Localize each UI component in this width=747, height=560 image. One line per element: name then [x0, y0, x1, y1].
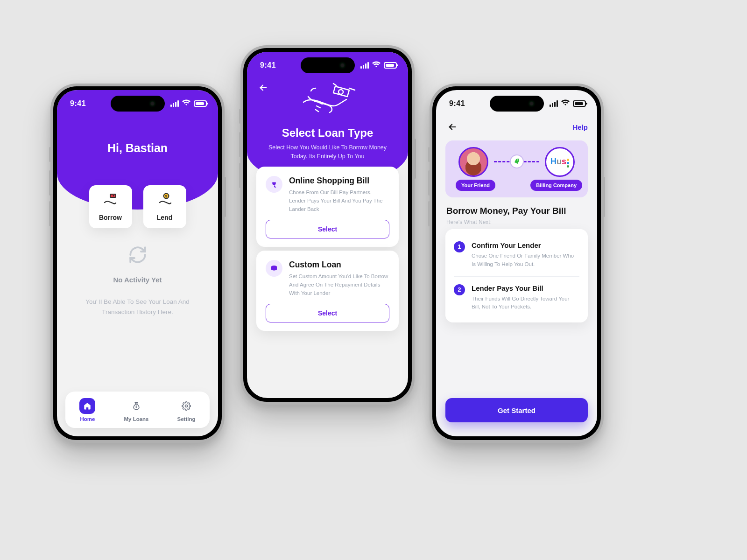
borrow-icon — [103, 192, 119, 209]
tab-home[interactable]: Home — [79, 398, 95, 422]
status-time: 9:41 — [449, 97, 465, 108]
mockup-stage: 9:41 Hi, Bastian Borrow — [0, 0, 747, 560]
lend-icon: $ — [157, 192, 173, 209]
refresh-icon — [127, 244, 148, 266]
company-logo: Hus — [545, 147, 575, 177]
cash-exchange-icon — [300, 82, 356, 123]
wifi-icon — [561, 99, 570, 108]
card-title: Online Shopping Bill — [289, 176, 389, 186]
loan-card-custom: Custom Loan Set Custom Amount You'd Like… — [256, 251, 399, 331]
phone-loan-type: 9:41 Select Loan T — [240, 45, 415, 405]
tab-myloans-label: My Loans — [124, 416, 148, 422]
battery-icon — [573, 100, 586, 107]
dynamic-island — [301, 57, 355, 73]
hero-label-friend: Your Friend — [456, 180, 495, 191]
plug-icon — [266, 176, 282, 193]
cellular-icon — [550, 100, 558, 107]
wifi-icon — [182, 99, 190, 108]
cellular-icon — [170, 100, 179, 107]
hus-logo: Hus — [550, 157, 569, 168]
price-tag-icon — [508, 153, 526, 170]
dynamic-island — [111, 96, 165, 112]
lend-tile[interactable]: $ Lend — [143, 185, 186, 228]
avatar — [458, 147, 488, 177]
page-title: Select Loan Type — [247, 126, 408, 140]
svg-point-5 — [185, 405, 187, 407]
select-button[interactable]: Select — [266, 304, 389, 322]
tab-setting-label: Setting — [177, 416, 196, 422]
greeting-title: Hi, Bastian — [57, 141, 218, 155]
money-bag-icon: $ — [128, 398, 144, 414]
section-title: Borrow Money, Pay Your Bill — [446, 206, 587, 216]
svg-point-1 — [113, 195, 114, 196]
tab-setting[interactable]: Setting — [177, 398, 196, 422]
step-number: 1 — [454, 241, 465, 252]
step-row: 2 Lender Pays Your Bill Their Funds Will… — [454, 276, 579, 319]
svg-point-6 — [338, 90, 343, 94]
dynamic-island — [490, 96, 544, 112]
status-right — [170, 97, 207, 108]
select-button[interactable]: Select — [266, 220, 389, 238]
tab-home-label: Home — [80, 416, 95, 422]
loan-card-online-shopping: Online Shopping Bill Chose From Our Bill… — [256, 167, 399, 247]
cellular-icon — [360, 62, 369, 69]
status-right — [360, 58, 397, 70]
back-button[interactable] — [256, 81, 270, 95]
status-right — [550, 97, 586, 108]
empty-state-title: No Activity Yet — [113, 276, 162, 284]
status-time: 9:41 — [70, 97, 86, 108]
phone-home: 9:41 Hi, Bastian Borrow — [50, 84, 225, 443]
step-title: Confirm Your Lender — [472, 241, 579, 249]
page-subtitle: Select How You Would Like To Borrow Mone… — [266, 143, 389, 161]
lend-label: Lend — [157, 214, 172, 221]
hero-diagram: Hus Your Friend Billing Company — [445, 140, 588, 197]
card-description: Chose From Our Bill Pay Partners. Lender… — [289, 189, 389, 213]
borrow-tile[interactable]: Borrow — [89, 185, 132, 228]
status-time: 9:41 — [260, 58, 276, 70]
step-row: 1 Confirm Your Lender Chose One Friend O… — [454, 237, 579, 276]
step-number: 2 — [454, 284, 465, 295]
empty-state-subtitle: You' ll Be Able To See Your Loan And Tra… — [73, 297, 202, 317]
card-description: Set Custom Amount You'd Like To Borrow A… — [289, 273, 389, 297]
svg-text:$: $ — [165, 194, 167, 198]
battery-icon — [194, 100, 207, 107]
coins-icon — [266, 260, 282, 277]
help-link[interactable]: Help — [572, 123, 588, 131]
gear-icon — [178, 398, 194, 414]
back-button[interactable] — [445, 120, 459, 134]
svg-text:$: $ — [135, 405, 137, 409]
borrow-label: Borrow — [99, 214, 122, 221]
step-title: Lender Pays Your Bill — [472, 284, 579, 292]
step-description: Chose One Friend Or Family Member Who Is… — [472, 252, 579, 269]
card-title: Custom Loan — [289, 260, 389, 270]
get-started-button[interactable]: Get Started — [445, 398, 588, 422]
tab-myloans[interactable]: $ My Loans — [124, 398, 148, 422]
phone-borrow-flow: 9:41 Help — [430, 84, 604, 443]
step-description: Their Funds Will Go Directly Toward Your… — [472, 295, 579, 312]
tab-bar: Home $ My Loans Setting — [65, 392, 210, 428]
wifi-icon — [372, 61, 381, 70]
battery-icon — [384, 62, 397, 69]
hero-label-company: Billing Company — [530, 180, 582, 191]
section-subtitle: Here's What Next: — [446, 219, 587, 225]
home-icon — [79, 398, 95, 414]
steps-card: 1 Confirm Your Lender Chose One Friend O… — [445, 229, 588, 322]
